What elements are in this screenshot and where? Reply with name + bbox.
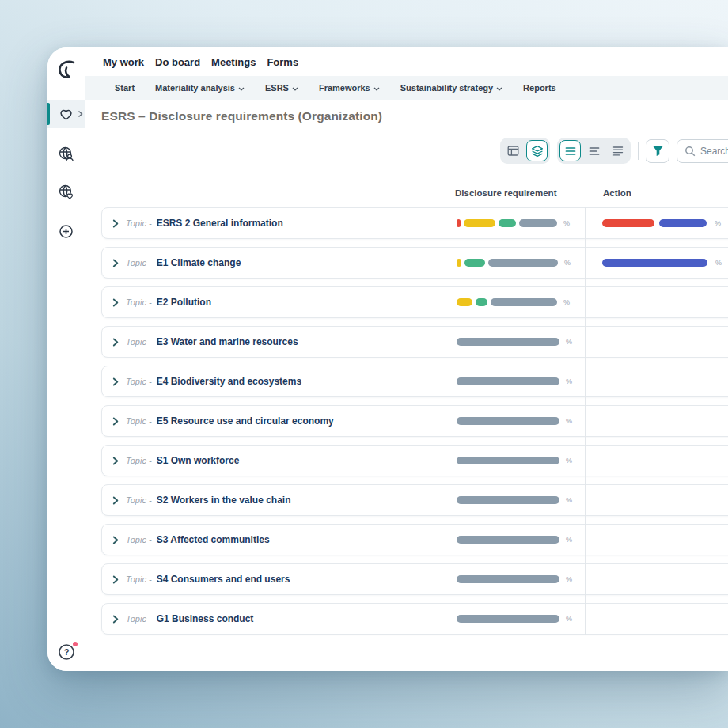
progress-bar-yellow xyxy=(457,298,472,306)
progress-bar-blue xyxy=(602,259,707,267)
plus-circle-icon xyxy=(58,223,74,240)
toolbar xyxy=(500,138,728,164)
percent-label: % xyxy=(566,377,572,385)
sidebar-item-add[interactable] xyxy=(47,217,85,245)
globe-heart-icon xyxy=(58,184,74,200)
topic-row[interactable]: Topic - S4 Consumers and end users % xyxy=(101,563,728,595)
chevron-right-icon[interactable] xyxy=(112,298,119,307)
chevron-right-icon[interactable] xyxy=(112,417,119,426)
topnav-item-meetings[interactable]: Meetings xyxy=(211,56,256,68)
percent-label: % xyxy=(564,259,571,267)
topic-list: Disclosure requirement Action Topic - ES… xyxy=(101,185,728,643)
percent-label: % xyxy=(566,417,572,425)
topic-row[interactable]: Topic - E4 Biodiversity and ecosystems % xyxy=(101,366,728,397)
topic-name: E1 Climate change xyxy=(157,257,241,268)
chevron-right-icon[interactable] xyxy=(112,457,119,465)
filter-button[interactable] xyxy=(646,139,669,163)
topic-name: E2 Pollution xyxy=(157,297,211,308)
subnav-item-materiality-analysis[interactable]: Materiality analysis xyxy=(155,83,245,93)
topnav-item-forms[interactable]: Forms xyxy=(267,56,298,68)
disclosure-progress: % xyxy=(457,536,572,544)
view-group-list xyxy=(557,138,631,164)
progress-bar-red xyxy=(602,219,654,227)
percent-label: % xyxy=(715,219,721,227)
list-compact-button[interactable] xyxy=(607,140,628,161)
notification-dot xyxy=(73,642,78,646)
disclosure-progress: % xyxy=(457,496,572,504)
topic-row[interactable]: Topic - S3 Affected communities % xyxy=(101,524,728,555)
chevron-right-icon[interactable] xyxy=(112,338,119,347)
subnav-item-start[interactable]: Start xyxy=(115,83,135,93)
topic-row[interactable]: Topic - E5 Resource use and circular eco… xyxy=(101,405,728,437)
progress-bar-gray xyxy=(519,219,557,227)
sidebar-expand-chevron-icon[interactable] xyxy=(78,111,83,118)
app-logo[interactable] xyxy=(47,59,85,82)
topic-prefix: Topic - xyxy=(126,495,154,505)
topic-row[interactable]: Topic - E2 Pollution % xyxy=(101,286,728,318)
chevron-right-icon[interactable] xyxy=(112,496,119,505)
chevron-right-icon[interactable] xyxy=(112,615,119,624)
progress-bar-gray xyxy=(457,377,559,385)
list-medium-icon xyxy=(588,145,601,157)
rows: Topic - ESRS 2 General information % % T… xyxy=(101,207,728,635)
topic-row[interactable]: Topic - S2 Workers in the value chain % xyxy=(101,484,728,516)
progress-bar-yellow xyxy=(464,219,495,227)
percent-label: % xyxy=(563,219,570,227)
subnav-item-sustainability-strategy[interactable]: Sustainability strategy xyxy=(400,83,502,93)
progress-bar-gray xyxy=(457,536,559,544)
search-icon xyxy=(684,146,696,157)
chevron-right-icon[interactable] xyxy=(112,575,119,584)
sub-nav: StartMateriality analysisESRSFrameworksS… xyxy=(85,76,728,100)
percent-label: % xyxy=(566,496,572,504)
column-headers: Disclosure requirement Action xyxy=(101,185,728,207)
column-divider xyxy=(585,207,586,635)
globe-user-icon xyxy=(58,146,74,162)
chevron-down-icon xyxy=(238,83,245,93)
progress-bar-green xyxy=(476,298,487,306)
topic-row[interactable]: Topic - E3 Water and marine resources % xyxy=(101,326,728,358)
percent-label: % xyxy=(563,298,570,306)
page-title: ESRS – Disclosure requirements (Organiza… xyxy=(101,109,382,123)
topic-name: E3 Water and marine resources xyxy=(157,336,298,347)
subnav-item-esrs[interactable]: ESRS xyxy=(265,83,298,93)
column-header-disclosure: Disclosure requirement xyxy=(455,188,556,198)
search-input[interactable] xyxy=(700,146,728,157)
main-area: My workDo boardMeetingsForms StartMateri… xyxy=(85,47,728,671)
topic-name: E4 Biodiversity and ecosystems xyxy=(157,376,301,387)
layers-view-button[interactable] xyxy=(526,140,548,161)
sidebar-item-favorites[interactable] xyxy=(47,100,85,128)
topic-row[interactable]: Topic - S1 Own workforce % xyxy=(101,445,728,476)
list-comfortable-icon xyxy=(564,145,577,157)
topnav-item-do-board[interactable]: Do board xyxy=(155,56,200,68)
chevron-right-icon[interactable] xyxy=(112,259,119,267)
subnav-item-reports[interactable]: Reports xyxy=(523,83,556,93)
progress-bar-gray xyxy=(457,496,559,504)
sidebar-item-sustainability[interactable] xyxy=(47,177,85,206)
topnav-item-my-work[interactable]: My work xyxy=(103,56,144,68)
page-content: ESRS – Disclosure requirements (Organiza… xyxy=(85,100,728,671)
chevron-right-icon[interactable] xyxy=(112,377,119,386)
progress-bar-blue xyxy=(659,219,707,227)
topic-prefix: Topic - xyxy=(126,416,154,426)
chevron-right-icon[interactable] xyxy=(112,536,119,544)
table-view-button[interactable] xyxy=(502,140,524,161)
progress-bar-gray xyxy=(457,338,559,346)
svg-text:?: ? xyxy=(63,647,69,657)
list-comfortable-button[interactable] xyxy=(559,140,581,161)
topic-row[interactable]: Topic - G1 Business conduct % xyxy=(101,603,728,635)
action-progress: % xyxy=(602,219,721,227)
list-medium-button[interactable] xyxy=(583,140,605,161)
help-button[interactable]: ? xyxy=(47,643,85,662)
progress-bar-gray xyxy=(491,298,557,306)
topic-prefix: Topic - xyxy=(126,218,154,228)
topic-row[interactable]: Topic - E1 Climate change % % xyxy=(101,247,728,279)
table-icon xyxy=(507,145,519,157)
topic-prefix: Topic - xyxy=(126,377,154,386)
percent-label: % xyxy=(566,338,572,346)
disclosure-progress: % xyxy=(457,298,570,306)
sidebar-item-network[interactable] xyxy=(47,139,85,168)
subnav-item-frameworks[interactable]: Frameworks xyxy=(319,83,380,93)
chevron-right-icon[interactable] xyxy=(112,219,119,228)
topic-row[interactable]: Topic - ESRS 2 General information % % xyxy=(101,207,728,239)
disclosure-progress: % xyxy=(457,575,572,583)
